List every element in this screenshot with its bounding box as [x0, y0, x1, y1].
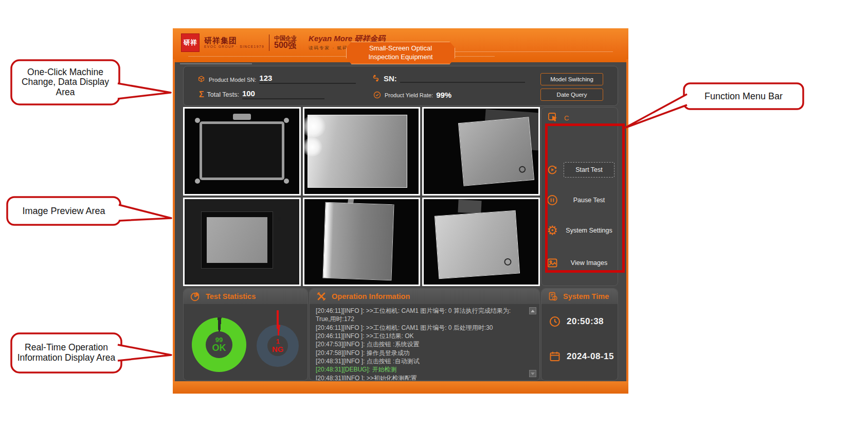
- pie-chart-icon: [190, 291, 201, 302]
- corner-dot: [195, 118, 200, 123]
- edge-lit-panel: [322, 202, 394, 280]
- app-title-line2: Inspection Equipment: [368, 53, 432, 62]
- click-hand-icon: [547, 112, 560, 124]
- menu-item-system-settings[interactable]: ⚙ System Settings: [546, 222, 614, 239]
- left-orange-edge: [173, 59, 175, 394]
- yield-label: Product Yield Rate:: [385, 92, 433, 99]
- function-menu-panel: C Start Test Pause Test ⚙ System Setting…: [541, 107, 618, 286]
- screenshot-canvas: 研祥 研祥集团 EVOC GROUP · SINCE1979 中国企业 500强…: [0, 0, 868, 443]
- data-display-panel: Product Model SN: 123 Σ Total Tests: 100…: [183, 66, 618, 106]
- log-line: [20:48:31][DEBUG]: 开始检测: [316, 365, 526, 374]
- menu-header: C: [547, 112, 569, 124]
- ok-count: 99: [215, 336, 223, 344]
- package-icon: [197, 75, 206, 84]
- document-clock-icon: [548, 291, 558, 302]
- product-model-field: Product Model SN: 123: [197, 74, 356, 84]
- menu-item-pause-test[interactable]: Pause Test: [546, 192, 614, 208]
- annotation-log-area: Real-Time Operation Information Display …: [14, 334, 118, 371]
- app-title-badge: Small-Screen Optical Inspection Equipmen…: [346, 42, 455, 64]
- log-line: [20:47:53][INFO ]: 点击按钮 :系统设置: [316, 340, 526, 348]
- ok-label: OK: [212, 343, 226, 353]
- log-area[interactable]: [20:46:11][INFO ]: >>工位相机: CAM1 图片编号: 0 …: [310, 304, 539, 380]
- corner-dot: [284, 179, 289, 184]
- ng-tick-mark: [277, 310, 279, 329]
- system-time-panel: System Time 20:50:38 2024-08-15: [541, 288, 618, 381]
- product-model-value: 123: [259, 74, 356, 84]
- logo-rank-block: 中国企业 500强: [274, 36, 297, 50]
- corner-dot: [284, 118, 289, 123]
- camera-image-4: ‖: [183, 198, 301, 286]
- callout-tail: [118, 83, 171, 99]
- tilted-panel: [435, 210, 520, 279]
- calendar-icon: [549, 350, 561, 363]
- statistics-donuts: 99 OK 1 NG: [184, 304, 308, 380]
- callout-tail: [118, 345, 171, 361]
- log-line: [20:46:11][INFO ]: >>工位相机: CAM1 图片编号: 0 …: [316, 307, 526, 324]
- log-line: [20:48:31][INFO ]: 点击按钮 :自动测试: [316, 357, 526, 365]
- log-line: [20:46:11][INFO ]: >>工位相机: CAM1 图片编号: 0 …: [316, 324, 526, 332]
- sn-value: [400, 73, 525, 83]
- date-query-button[interactable]: Date Query: [540, 88, 603, 101]
- scroll-down-button[interactable]: [529, 370, 536, 377]
- app-window: 研祥 研祥集团 EVOC GROUP · SINCE1979 中国企业 500强…: [173, 28, 628, 394]
- bezel-tab: [233, 114, 251, 120]
- sigma-icon: Σ: [199, 90, 204, 99]
- logo-rank-line2: 500强: [274, 41, 297, 50]
- ng-donut-chart: 1 NG: [257, 325, 299, 367]
- operation-information-title: Operation Information: [332, 292, 410, 300]
- system-time-header: System Time: [541, 289, 618, 304]
- evoc-logo: 研祥: [181, 33, 200, 52]
- ok-donut-center: 99 OK: [206, 331, 232, 358]
- yield-check-icon: [373, 91, 382, 99]
- menu-item-label: View Images: [564, 259, 614, 267]
- arrow-down-icon: [531, 373, 535, 375]
- time-row: 20:50:38: [549, 315, 604, 328]
- test-statistics-panel: Test Statistics 99 OK 1 NG: [183, 288, 308, 381]
- menu-item-label: Start Test: [564, 162, 614, 178]
- callout-bubble: [11, 60, 119, 104]
- bottom-orange-strip: [173, 381, 628, 394]
- annotation-image-area: Image Preview Area: [10, 198, 117, 224]
- callout-bubble: [684, 83, 803, 109]
- log-line: [20:47:58][INFO ]: 操作员登录成功: [316, 349, 526, 357]
- scroll-up-button[interactable]: [529, 307, 536, 314]
- corner-dot: [195, 179, 200, 184]
- ng-count: 1: [276, 338, 279, 345]
- camera-image-6: [422, 198, 540, 286]
- sn-field: SN:: [371, 73, 525, 83]
- camera-image-5: [303, 198, 421, 286]
- logo-divider: [269, 34, 269, 51]
- annotation-menu-area: Function Menu Bar: [687, 84, 800, 108]
- pause-test-icon: [546, 194, 559, 206]
- crossed-tools-icon: [316, 291, 327, 302]
- sn-link-icon: [371, 74, 381, 83]
- logo-name-block: 研祥集团 EVOC GROUP · SINCE1979: [204, 37, 264, 49]
- yield-value: 99%: [436, 91, 451, 99]
- camera-image-1: [183, 107, 301, 196]
- menu-item-start-test[interactable]: Start Test: [546, 162, 614, 178]
- view-images-icon: [546, 257, 559, 269]
- menu-item-label: Pause Test: [564, 197, 614, 204]
- right-orange-edge: [626, 59, 628, 394]
- total-tests-value: 100: [242, 89, 324, 99]
- test-statistics-title: Test Statistics: [206, 292, 256, 300]
- ng-donut-center: 1 NG: [267, 335, 288, 356]
- log-line: [20:48:31][INFO ]: >>初始化检测配置: [316, 374, 526, 381]
- model-switching-button[interactable]: Model Switching: [540, 73, 603, 85]
- menu-item-view-images[interactable]: View Images: [546, 255, 614, 271]
- total-tests-label: Total Tests:: [207, 91, 239, 99]
- menu-header-label: C: [564, 114, 569, 122]
- current-time: 20:50:38: [567, 316, 604, 327]
- total-tests-field: Σ Total Tests: 100: [199, 89, 324, 99]
- tilted-panel: [458, 117, 534, 186]
- panel-ring-mark: [519, 166, 526, 173]
- callout-bubble: [11, 333, 121, 373]
- ok-donut-chart: 99 OK: [192, 317, 246, 372]
- sn-label: SN:: [384, 74, 397, 83]
- logo-name: 研祥集团: [204, 37, 264, 45]
- app-title-line1: Small-Screen Optical: [369, 44, 432, 53]
- callout-bubble: [7, 197, 120, 225]
- annotation-data-area: One-Click Machine Change, Data Display A…: [14, 61, 116, 103]
- ng-label: NG: [272, 345, 284, 353]
- panel-mark: ‖: [278, 216, 281, 222]
